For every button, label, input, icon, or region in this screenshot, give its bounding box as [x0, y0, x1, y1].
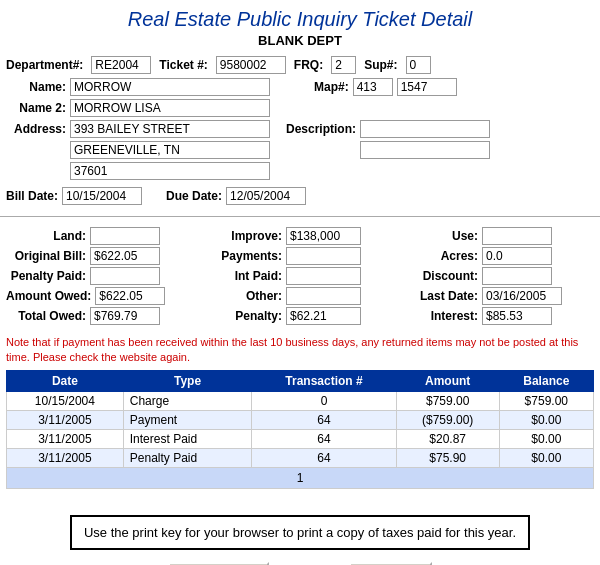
- dept-title: BLANK DEPT: [0, 33, 600, 48]
- col-amount: Amount: [396, 370, 499, 391]
- cell-transaction: 64: [252, 410, 396, 429]
- bill-date-label: Bill Date:: [6, 189, 58, 203]
- cell-transaction: 64: [252, 429, 396, 448]
- use-label: Use:: [398, 229, 478, 243]
- penalty-label: Penalty:: [202, 309, 282, 323]
- last-date-input[interactable]: [482, 287, 562, 305]
- improve-input[interactable]: [286, 227, 361, 245]
- frq-input[interactable]: [331, 56, 356, 74]
- other-input[interactable]: [286, 287, 361, 305]
- dept-input[interactable]: [91, 56, 151, 74]
- cell-date: 3/11/2005: [7, 410, 124, 429]
- pagination: 1: [6, 468, 594, 489]
- name2-label: Name 2:: [6, 101, 66, 115]
- total-owed-input[interactable]: [90, 307, 160, 325]
- discount-input[interactable]: [482, 267, 552, 285]
- cell-balance: $0.00: [499, 429, 593, 448]
- print-message: Use the print key for your browser to pr…: [70, 515, 530, 550]
- int-paid-input[interactable]: [286, 267, 361, 285]
- ticket-label: Ticket #:: [159, 58, 207, 72]
- acres-label: Acres:: [398, 249, 478, 263]
- desc1-input[interactable]: [360, 120, 490, 138]
- frq-label: FRQ:: [294, 58, 323, 72]
- other-label: Other:: [202, 289, 282, 303]
- name-label: Name:: [6, 80, 66, 94]
- col-type: Type: [123, 370, 251, 391]
- penalty-paid-label: Penalty Paid:: [6, 269, 86, 283]
- cell-type: Payment: [123, 410, 251, 429]
- payments-label: Payments:: [202, 249, 282, 263]
- payments-input[interactable]: [286, 247, 361, 265]
- cell-date: 10/15/2004: [7, 391, 124, 410]
- cell-amount: $75.90: [396, 448, 499, 467]
- table-row: 10/15/2004 Charge 0 $759.00 $759.00: [7, 391, 594, 410]
- sup-input[interactable]: [406, 56, 431, 74]
- cell-type: Charge: [123, 391, 251, 410]
- cell-date: 3/11/2005: [7, 448, 124, 467]
- desc2-input[interactable]: [360, 141, 490, 159]
- col-date: Date: [7, 370, 124, 391]
- amount-owed-input[interactable]: [95, 287, 165, 305]
- acres-input[interactable]: [482, 247, 552, 265]
- last-date-label: Last Date:: [398, 289, 478, 303]
- penalty-paid-input[interactable]: [90, 267, 160, 285]
- cell-amount: $759.00: [396, 391, 499, 410]
- note-text: Note that if payment has been received w…: [0, 331, 600, 370]
- cell-balance: $759.00: [499, 391, 593, 410]
- name-input[interactable]: [70, 78, 270, 96]
- cell-type: Interest Paid: [123, 429, 251, 448]
- cell-balance: $0.00: [499, 410, 593, 429]
- table-row: 3/11/2005 Penalty Paid 64 $75.90 $0.00: [7, 448, 594, 467]
- address1-input[interactable]: [70, 120, 270, 138]
- total-owed-label: Total Owed:: [6, 309, 86, 323]
- original-bill-input[interactable]: [90, 247, 160, 265]
- penalty-input[interactable]: [286, 307, 361, 325]
- due-date-label: Due Date:: [166, 189, 222, 203]
- discount-label: Discount:: [398, 269, 478, 283]
- name2-input[interactable]: [70, 99, 270, 117]
- transactions-table: Date Type Transaction # Amount Balance 1…: [6, 370, 594, 468]
- table-row: 3/11/2005 Payment 64 ($759.00) $0.00: [7, 410, 594, 429]
- cell-type: Penalty Paid: [123, 448, 251, 467]
- map2-input[interactable]: [397, 78, 457, 96]
- cell-balance: $0.00: [499, 448, 593, 467]
- amount-owed-label: Amount Owed:: [6, 289, 91, 303]
- dept-label: Department#:: [6, 58, 83, 72]
- col-balance: Balance: [499, 370, 593, 391]
- col-transaction: Transaction #: [252, 370, 396, 391]
- cell-transaction: 64: [252, 448, 396, 467]
- address-label: Address:: [6, 122, 66, 136]
- map1-input[interactable]: [353, 78, 393, 96]
- table-row: 3/11/2005 Interest Paid 64 $20.87 $0.00: [7, 429, 594, 448]
- land-label: Land:: [6, 229, 86, 243]
- interest-label: Interest:: [398, 309, 478, 323]
- bill-date-input[interactable]: [62, 187, 142, 205]
- cell-amount: $20.87: [396, 429, 499, 448]
- improve-label: Improve:: [202, 229, 282, 243]
- sup-label: Sup#:: [364, 58, 397, 72]
- land-input[interactable]: [90, 227, 160, 245]
- page-title: Real Estate Public Inquiry Ticket Detail: [0, 0, 600, 33]
- interest-input[interactable]: [482, 307, 552, 325]
- ticket-input[interactable]: [216, 56, 286, 74]
- address3-input[interactable]: [70, 162, 270, 180]
- cell-amount: ($759.00): [396, 410, 499, 429]
- use-input[interactable]: [482, 227, 552, 245]
- desc-label: Description:: [286, 122, 356, 136]
- due-date-input[interactable]: [226, 187, 306, 205]
- original-bill-label: Original Bill:: [6, 249, 86, 263]
- address2-input[interactable]: [70, 141, 270, 159]
- map-label: Map#:: [314, 80, 349, 94]
- cell-transaction: 0: [252, 391, 396, 410]
- cell-date: 3/11/2005: [7, 429, 124, 448]
- int-paid-label: Int Paid:: [202, 269, 282, 283]
